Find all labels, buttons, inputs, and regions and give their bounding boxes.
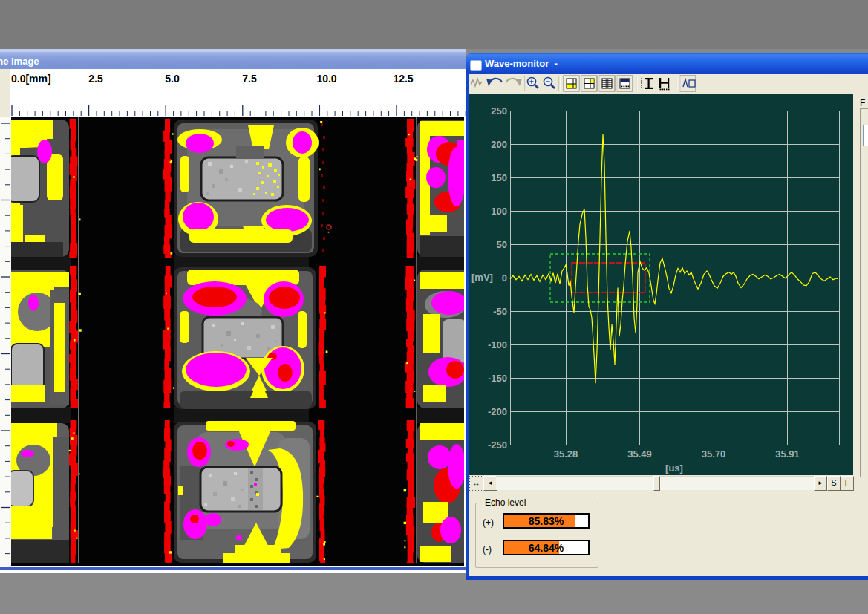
svg-text:-250: -250 <box>488 440 507 451</box>
svg-text:35.70: 35.70 <box>702 448 726 460</box>
svg-text:-100: -100 <box>488 339 507 350</box>
svg-text:35.49: 35.49 <box>627 448 652 460</box>
svg-text:250: 250 <box>491 105 507 117</box>
svg-text:35.28: 35.28 <box>554 448 578 460</box>
svg-text:150: 150 <box>491 172 507 183</box>
svg-text:200: 200 <box>491 139 507 150</box>
svg-text:[us]: [us] <box>665 463 683 474</box>
svg-text:100: 100 <box>491 206 507 217</box>
svg-text:50: 50 <box>497 239 507 250</box>
svg-text:35.91: 35.91 <box>775 448 800 460</box>
svg-text:0: 0 <box>502 272 507 284</box>
svg-text:[mV]: [mV] <box>471 272 493 283</box>
svg-text:-50: -50 <box>493 306 507 317</box>
svg-text:-200: -200 <box>488 406 507 417</box>
svg-text:-150: -150 <box>488 373 507 384</box>
